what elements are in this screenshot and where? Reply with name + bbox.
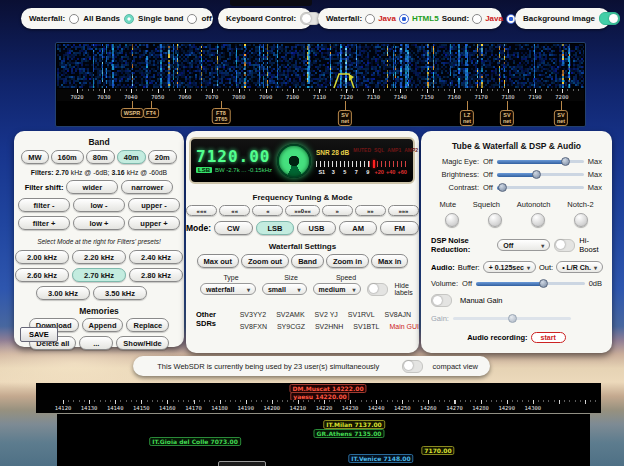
magic-eye-slider[interactable] (497, 157, 584, 166)
mode-usb-button[interactable]: USB (297, 221, 336, 235)
frequency-scale-20m[interactable]: 1412014130141401415014160141701418014190… (36, 400, 601, 413)
bandplan-marker-ft8[interactable]: FT8JT65 (212, 108, 231, 124)
preset-2.60-button[interactable]: 2.60 kHz (15, 268, 69, 282)
filter-narrower-button[interactable]: narrower (121, 180, 173, 194)
radio-sound-java[interactable] (472, 14, 482, 24)
audio-out-select[interactable]: • L/R Ch.▾ (556, 261, 603, 273)
tune-up-fine-button[interactable]: » (322, 205, 353, 216)
background-image-toggle[interactable] (599, 12, 620, 25)
memories-append-button[interactable]: Append (82, 318, 124, 332)
preset-2.20-button[interactable]: 2.20 kHz (72, 250, 126, 264)
band-160m-button[interactable]: 160m (51, 150, 84, 164)
manual-gain-toggle[interactable] (431, 294, 452, 307)
websdr-page: Waterfall: All Bands Single band off Key… (0, 0, 624, 466)
memory-label-it-milan[interactable]: IT.Milan 7137.00 (323, 420, 385, 429)
tuning-passband-marker[interactable] (333, 72, 359, 89)
memories-more-button[interactable]: ... (79, 336, 113, 350)
waterfall-spectrum[interactable] (57, 44, 584, 88)
filter-minus-button[interactable]: filter - (18, 198, 70, 212)
preset-2.00-button[interactable]: 2.00 kHz (15, 250, 69, 264)
sdr-link-sv1rvl[interactable]: SV1RVL (348, 311, 375, 318)
sdr-link-sv3yy2[interactable]: SV3YY2 (240, 311, 266, 318)
wf-max-out-button[interactable]: Max out (197, 254, 239, 268)
memory-label-7170[interactable]: 7170.00 (421, 446, 454, 455)
wf-type-select[interactable]: waterfall▾ (200, 283, 256, 295)
low-minus-button[interactable]: low - (73, 198, 125, 212)
memory-label-gr-athens[interactable]: GR.Athens 7135.00 (313, 429, 384, 438)
radio-single-band[interactable] (124, 14, 134, 24)
low-plus-button[interactable]: low + (73, 216, 125, 230)
waterfall-strip-20m[interactable]: DM.Muscat 14222.00 yaesu 14220.00 141201… (36, 383, 601, 413)
bandplan-marker-wspr[interactable]: WSPR (121, 108, 144, 118)
memory-label-partial[interactable] (218, 461, 266, 466)
squelch-switch[interactable] (488, 213, 502, 227)
bandplan-marker-sv-net-1[interactable]: SVnet (338, 110, 352, 126)
band-40m-button[interactable]: 40m (117, 150, 146, 164)
wf-size-select[interactable]: small▾ (262, 283, 307, 295)
dsp-nr-select[interactable]: Off▾ (497, 239, 550, 251)
wf-speed-select[interactable]: medium▾ (313, 283, 362, 295)
sdr-link-sv2yj[interactable]: SV2 YJ (315, 311, 338, 318)
preset-3.00-button[interactable]: 3.00 kHz (36, 286, 90, 300)
wf-max-in-button[interactable]: Max in (371, 254, 408, 268)
bandplan-marker-sv-net-3[interactable]: SVnet (554, 110, 568, 126)
band-mw-button[interactable]: MW (21, 150, 48, 164)
sdr-link-sv2hnh[interactable]: SV2HNH (315, 323, 343, 330)
frequency-scale[interactable]: 7020703070407050706070707080709071007110… (57, 89, 584, 101)
band-20m-button[interactable]: 20m (148, 150, 177, 164)
radio-waterfall-html5[interactable] (399, 14, 409, 24)
bandplan-marker-lz-net[interactable]: LZnet (460, 110, 474, 126)
tune-up-medium-button[interactable]: »» (355, 205, 386, 216)
preset-2.80-button[interactable]: 2.80 kHz (129, 268, 183, 282)
upper-minus-button[interactable]: upper - (128, 198, 180, 212)
radio-waterfall-off[interactable] (187, 14, 197, 24)
sdr-link-sv8fxn[interactable]: SV8FXN (240, 323, 267, 330)
tune-down-fine-button[interactable]: « (252, 205, 283, 216)
preset-2.70-button[interactable]: 2.70 kHz (72, 268, 126, 282)
filter-wider-button[interactable]: wider (66, 180, 118, 194)
memory-label-it-venice[interactable]: IT.Venice 7148.00 (348, 454, 413, 463)
bandplan-marker-sv-net-2[interactable]: SVnet (500, 110, 514, 126)
mode-cw-button[interactable]: CW (214, 221, 253, 235)
main-gui-link[interactable]: Main GUI (389, 323, 419, 330)
mode-lsb-button[interactable]: LSB (256, 221, 295, 235)
bandplan-marker-ft4[interactable]: FT4 (143, 108, 159, 118)
sdr-link-sv2amk[interactable]: SV2AMK (276, 311, 304, 318)
sdr-link-sv1btl[interactable]: SV1BTL (353, 323, 379, 330)
radio-all-bands[interactable] (69, 14, 79, 24)
main-waterfall-panel[interactable]: 7020703070407050706070707080709071007110… (55, 42, 586, 127)
tune-down-coarse-button[interactable]: ««« (186, 205, 217, 216)
compact-view-toggle[interactable] (402, 360, 423, 373)
preset-2.40-button[interactable]: 2.40 kHz (129, 250, 183, 264)
save-button[interactable]: SAVE (20, 327, 58, 342)
sdr-link-sy9cgz[interactable]: SY9CGZ (277, 323, 305, 330)
hi-boost-toggle[interactable] (554, 239, 575, 252)
memory-label-it-gioia[interactable]: IT.Gioia del Colle 7073.00 (149, 437, 241, 446)
audio-buffer-select[interactable]: + 0.125sec▾ (483, 261, 536, 273)
wf-zoom-in-button[interactable]: Zoom in (326, 254, 369, 268)
tune-down-medium-button[interactable]: «« (219, 205, 250, 216)
filter-plus-button[interactable]: filter + (18, 216, 70, 230)
hide-labels-toggle[interactable] (367, 283, 388, 296)
notch2-switch[interactable] (574, 213, 588, 227)
wf-zoom-out-button[interactable]: Zoom out (241, 254, 289, 268)
mode-fm-button[interactable]: FM (380, 221, 419, 235)
radio-waterfall-java[interactable] (365, 14, 375, 24)
memories-show-hide-button[interactable]: Show/Hide (116, 336, 168, 350)
mode-am-button[interactable]: AM (339, 221, 378, 235)
audio-recording-start-button[interactable]: start (531, 332, 566, 343)
wf-band-button[interactable]: Band (291, 254, 324, 268)
mute-switch[interactable] (445, 213, 459, 227)
memories-replace-button[interactable]: Replace (126, 318, 169, 332)
band-80m-button[interactable]: 80m (86, 150, 115, 164)
tune-up-coarse-button[interactable]: »»» (388, 205, 419, 216)
volume-slider[interactable] (476, 279, 585, 288)
brightness-slider[interactable] (497, 170, 584, 179)
waterfall-strip-40m[interactable]: IT.Milan 7137.00 GR.Athens 7135.00 IT.Gi… (57, 414, 590, 466)
autonotch-switch[interactable] (531, 213, 545, 227)
contrast-slider[interactable] (497, 183, 584, 192)
upper-plus-button[interactable]: upper + (128, 216, 180, 230)
tune-center-button[interactable]: »»0«« (285, 205, 319, 216)
preset-3.50-button[interactable]: 3.50 kHz (93, 286, 147, 300)
sdr-link-sv8ajn[interactable]: SV8AJN (385, 311, 411, 318)
